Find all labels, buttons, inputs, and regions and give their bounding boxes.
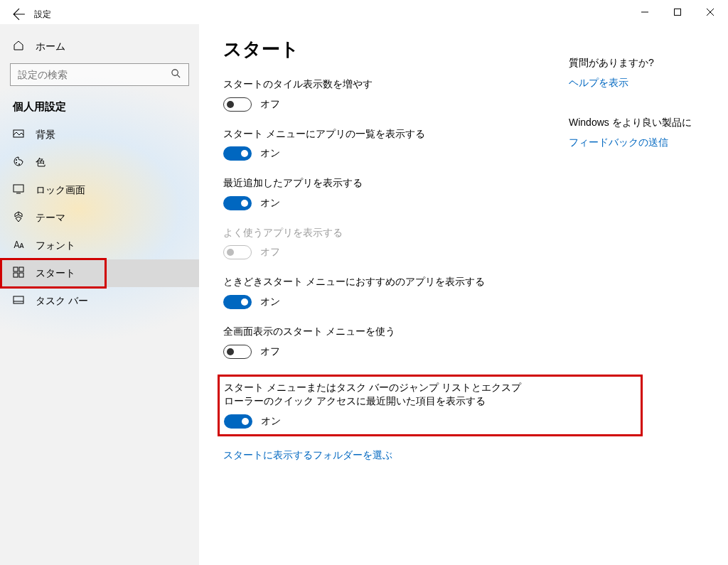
toggle-switch[interactable] [223, 345, 252, 359]
toggle-switch[interactable] [223, 295, 252, 309]
setting-1: スタート メニューにアプリの一覧を表示する オン [223, 127, 543, 161]
sidebar-item-label: テーマ [36, 212, 65, 225]
window-title: 設定 [34, 9, 51, 21]
sidebar-item-label: ロック画面 [36, 184, 85, 197]
setting-5: 全画面表示のスタート メニューを使う オフ [223, 325, 543, 359]
svg-rect-15 [19, 273, 23, 277]
svg-rect-16 [14, 296, 23, 303]
font-icon [13, 239, 24, 252]
sidebar-item-label: フォント [36, 240, 75, 252]
search-box[interactable] [10, 63, 189, 86]
search-input[interactable] [18, 69, 171, 80]
content: スタート スタートのタイル表示数を増やす オフ スタート メニューにアプリの一覧… [223, 37, 543, 552]
sidebar-item-font[interactable]: フォント [0, 232, 199, 259]
svg-line-5 [177, 75, 180, 77]
sidebar-item-theme[interactable]: テーマ [0, 204, 199, 232]
sidebar-item-color[interactable]: 色 [0, 149, 199, 176]
sidebar-item-label: タスク バー [36, 295, 88, 308]
svg-point-9 [18, 163, 19, 164]
toggle-switch [223, 245, 252, 259]
lockscreen-icon [13, 183, 24, 197]
svg-point-4 [172, 70, 178, 75]
search-icon [171, 68, 181, 81]
start-icon [13, 267, 24, 280]
help-title: 質問がありますか? [569, 57, 704, 70]
page-title: スタート [223, 37, 543, 62]
toggle-state: オン [261, 415, 281, 428]
toggle-state: オフ [260, 345, 280, 358]
home-label: ホーム [36, 41, 65, 53]
setting-4: ときどきスタート メニューにおすすめのアプリを表示する オン [223, 275, 543, 309]
theme-icon [13, 211, 24, 225]
setting-label: ときどきスタート メニューにおすすめのアプリを表示する [223, 275, 543, 289]
folder-link[interactable]: スタートに表示するフォルダーを選ぶ [223, 449, 543, 462]
svg-rect-14 [14, 273, 18, 277]
toggle-state: オン [260, 296, 280, 308]
maximize-button[interactable] [661, 0, 694, 24]
setting-label: スタートのタイル表示数を増やす [223, 77, 543, 92]
toggle-switch[interactable] [223, 97, 252, 112]
taskbar-icon [13, 294, 24, 308]
section-header: 個人用設定 [0, 96, 199, 121]
svg-point-7 [16, 159, 16, 160]
toggle-switch[interactable] [223, 146, 252, 161]
feedback-link[interactable]: フィードバックの送信 [569, 136, 704, 149]
setting-label: スタート メニューにアプリの一覧を表示する [223, 127, 543, 141]
setting-0: スタートのタイル表示数を増やす オフ [223, 77, 543, 112]
sidebar-item-label: 背景 [36, 129, 55, 141]
svg-rect-1 [675, 9, 681, 16]
sidebar-item-start[interactable]: スタート [0, 259, 199, 287]
feedback-title: Windows をより良い製品に [569, 117, 704, 129]
toggle-state: オン [260, 197, 280, 210]
toggle-state: オフ [260, 98, 280, 111]
sidebar-item-label: 色 [36, 156, 46, 169]
toggle-switch[interactable] [223, 196, 252, 210]
toggle-state: オフ [260, 246, 280, 259]
title-bar: 設定 [0, 0, 728, 24]
sidebar-item-background[interactable]: 背景 [0, 121, 199, 149]
help-link[interactable]: ヘルプを表示 [569, 77, 704, 90]
setting-2: 最近追加したアプリを表示する オン [223, 176, 543, 210]
svg-point-8 [16, 162, 16, 163]
minimize-button[interactable] [628, 0, 661, 24]
setting-3: よく使うアプリを表示する オフ [223, 226, 543, 260]
svg-rect-13 [19, 267, 23, 271]
sidebar-item-taskbar[interactable]: タスク バー [0, 287, 199, 315]
svg-rect-12 [14, 267, 18, 271]
home-nav[interactable]: ホーム [0, 33, 199, 60]
close-button[interactable] [694, 0, 727, 24]
background-icon [13, 128, 24, 141]
toggle-switch[interactable] [224, 414, 252, 429]
color-icon [13, 156, 24, 169]
setting-label: よく使うアプリを表示する [223, 226, 543, 240]
sidebar-item-lockscreen[interactable]: ロック画面 [0, 176, 199, 204]
home-icon [13, 40, 24, 53]
setting-label: 全画面表示のスタート メニューを使う [223, 325, 543, 339]
back-button[interactable] [13, 8, 26, 21]
sidebar: ホーム 個人用設定 背景色ロック画面テーマフォントスタートタスク バー [0, 24, 199, 565]
svg-rect-10 [14, 185, 23, 192]
toggle-state: オン [260, 147, 280, 160]
setting-label: 最近追加したアプリを表示する [223, 176, 543, 190]
sidebar-item-label: スタート [36, 267, 75, 280]
aside: 質問がありますか? ヘルプを表示 Windows をより良い製品に フィードバッ… [569, 37, 704, 552]
